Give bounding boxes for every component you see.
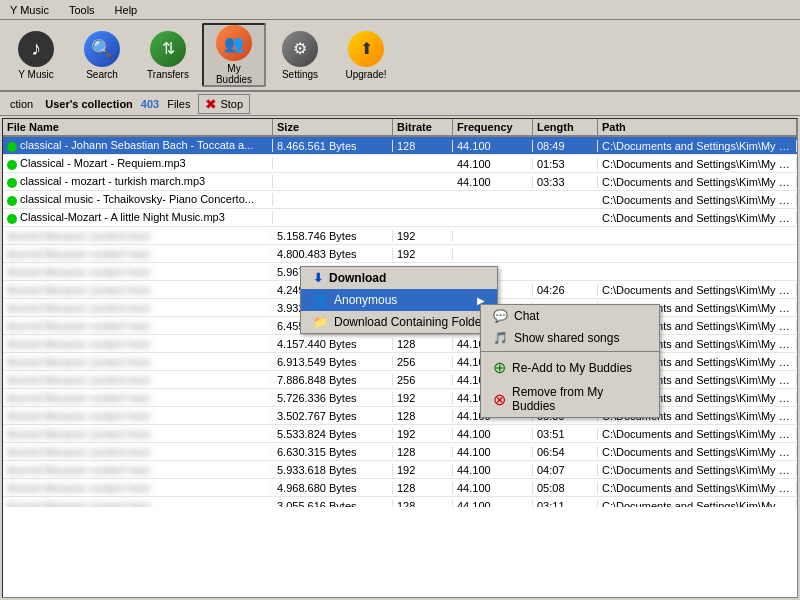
cell-size: 6.630.315 Bytes bbox=[273, 446, 393, 458]
table-row[interactable]: blurred filename content here5.533.824 B… bbox=[3, 425, 797, 443]
cell-filename: blurred filename content here bbox=[3, 266, 273, 278]
submenu-chat-label: Chat bbox=[514, 309, 539, 323]
table-row[interactable]: blurred filename content here5.158.746 B… bbox=[3, 227, 797, 245]
table-row[interactable]: blurred filename content here3.502.767 B… bbox=[3, 407, 797, 425]
table-row[interactable]: blurred filename content here4.968.680 B… bbox=[3, 479, 797, 497]
cell-path: C:\Documents and Settings\Kim\My Do bbox=[598, 446, 797, 458]
table-row[interactable]: blurred filename content here7.886.848 B… bbox=[3, 371, 797, 389]
cell-frequency: 44.100 bbox=[453, 158, 533, 170]
ctx-download-folder-label: Download Containing Folder bbox=[334, 315, 485, 329]
cell-length: 03:51 bbox=[533, 428, 598, 440]
table-row[interactable]: classical - Johann Sebastian Bach - Tocc… bbox=[3, 137, 797, 155]
cell-size: 5.158.746 Bytes bbox=[273, 230, 393, 242]
table-row[interactable]: classical music - Tchaikovsky- Piano Con… bbox=[3, 191, 797, 209]
transfers-label: Transfers bbox=[147, 69, 189, 80]
cell-length: 03:33 bbox=[533, 176, 598, 188]
table-row[interactable]: blurred filename content here4.800.483 B… bbox=[3, 245, 797, 263]
table-row[interactable]: classical - mozart - turkish march.mp344… bbox=[3, 173, 797, 191]
files-label: Files bbox=[167, 98, 190, 110]
cell-filename: blurred filename content here bbox=[3, 464, 273, 476]
toolbar-buddies-button[interactable]: 👥 My Buddies bbox=[202, 23, 266, 87]
cell-size: 7.886.848 Bytes bbox=[273, 374, 393, 386]
file-count: 403 bbox=[141, 98, 159, 110]
toolbar-search-button[interactable]: 🔍 Search bbox=[70, 23, 134, 87]
cell-bitrate: 192 bbox=[393, 248, 453, 260]
table-row[interactable]: blurred filename content here6.913.549 B… bbox=[3, 353, 797, 371]
menu-help[interactable]: Help bbox=[109, 3, 144, 17]
ctx-anonymous[interactable]: 👤 Anonymous ▶ bbox=[301, 289, 497, 311]
cell-frequency: 44.100 bbox=[453, 464, 533, 476]
cell-filename: blurred filename content here bbox=[3, 284, 273, 296]
cell-bitrate: 192 bbox=[393, 392, 453, 404]
cell-length: 04:07 bbox=[533, 464, 598, 476]
cell-bitrate: 192 bbox=[393, 464, 453, 476]
cell-bitrate: 128 bbox=[393, 338, 453, 350]
buddies-icon: 👥 bbox=[216, 25, 252, 61]
cell-frequency: 44.100 bbox=[453, 482, 533, 494]
cell-filename: blurred filename content here bbox=[3, 410, 273, 422]
toolbar-settings-button[interactable]: ⚙ Settings bbox=[268, 23, 332, 87]
toolbar-upgrade-button[interactable]: ⬆ Upgrade! bbox=[334, 23, 398, 87]
col-filename: File Name bbox=[3, 119, 273, 135]
cell-path: C:\Documents and Settings\Kim\My Do bbox=[598, 194, 797, 206]
cell-bitrate: 128 bbox=[393, 446, 453, 458]
table-row[interactable]: blurred filename content here3.055.616 B… bbox=[3, 497, 797, 507]
cell-filename: blurred filename content here bbox=[3, 230, 273, 242]
transfers-icon: ⇅ bbox=[150, 31, 186, 67]
folder-icon: 📁 bbox=[313, 315, 328, 329]
submenu-chat[interactable]: 💬 Chat bbox=[481, 305, 659, 327]
cell-frequency: 44.100 bbox=[453, 428, 533, 440]
cell-length: 01:53 bbox=[533, 158, 598, 170]
col-frequency: Frequency bbox=[453, 119, 533, 135]
cell-filename: blurred filename content here bbox=[3, 338, 273, 350]
ctx-download-folder[interactable]: 📁 Download Containing Folder bbox=[301, 311, 497, 333]
ctx-download[interactable]: ⬇ Download bbox=[301, 267, 497, 289]
ymusic-label: Y Music bbox=[18, 69, 53, 80]
cell-size: 3.055.616 Bytes bbox=[273, 500, 393, 508]
toolbar-transfers-button[interactable]: ⇅ Transfers bbox=[136, 23, 200, 87]
table-row[interactable]: blurred filename content here6.630.315 B… bbox=[3, 443, 797, 461]
cell-bitrate: 256 bbox=[393, 356, 453, 368]
collection-tab[interactable]: ction bbox=[6, 97, 37, 111]
submenu: 💬 Chat 🎵 Show shared songs ⊕ Re-Add to M… bbox=[480, 304, 660, 418]
cell-bitrate: 128 bbox=[393, 410, 453, 422]
settings-icon: ⚙ bbox=[282, 31, 318, 67]
cell-filename: blurred filename content here bbox=[3, 302, 273, 314]
cell-size: 3.502.767 Bytes bbox=[273, 410, 393, 422]
submenu-remove[interactable]: ⊗ Remove from My Buddies bbox=[481, 381, 659, 417]
cell-size: 4.800.483 Bytes bbox=[273, 248, 393, 260]
readd-icon: ⊕ bbox=[493, 358, 506, 377]
search-label: Search bbox=[86, 69, 118, 80]
col-bitrate: Bitrate bbox=[393, 119, 453, 135]
upgrade-label: Upgrade! bbox=[345, 69, 386, 80]
cell-path: C:\Documents and Settings\Kim\My Do bbox=[598, 482, 797, 494]
toolbar-ymusic-button[interactable]: ♪ Y Music bbox=[4, 23, 68, 87]
file-table: File Name Size Bitrate Frequency Length … bbox=[2, 118, 798, 598]
col-size: Size bbox=[273, 119, 393, 135]
menu-ymusic[interactable]: Y Music bbox=[4, 3, 55, 17]
table-row[interactable]: blurred filename content here5.726.336 B… bbox=[3, 389, 797, 407]
stop-label: Stop bbox=[220, 98, 243, 110]
table-row[interactable]: blurred filename content here4.157.440 B… bbox=[3, 335, 797, 353]
ctx-anonymous-label: Anonymous bbox=[334, 293, 397, 307]
submenu-shared-songs[interactable]: 🎵 Show shared songs bbox=[481, 327, 659, 349]
buddies-label: My Buddies bbox=[208, 63, 260, 85]
cell-frequency: 44.100 bbox=[453, 140, 533, 152]
stop-button[interactable]: ✖ Stop bbox=[198, 94, 250, 114]
context-menu: ⬇ Download 👤 Anonymous ▶ 📁 Download Cont… bbox=[300, 266, 498, 334]
col-path: Path bbox=[598, 119, 797, 135]
secondary-toolbar: ction User's collection 403 Files ✖ Stop bbox=[0, 92, 800, 116]
menu-tools[interactable]: Tools bbox=[63, 3, 101, 17]
table-row[interactable]: blurred filename content here5.933.618 B… bbox=[3, 461, 797, 479]
cell-size: 4.157.440 Bytes bbox=[273, 338, 393, 350]
cell-bitrate: 256 bbox=[393, 374, 453, 386]
cell-frequency: 44.100 bbox=[453, 446, 533, 458]
table-row[interactable]: Classical - Mozart - Requiem.mp344.10001… bbox=[3, 155, 797, 173]
col-length: Length bbox=[533, 119, 598, 135]
cell-length: 08:49 bbox=[533, 140, 598, 152]
table-row[interactable]: Classical-Mozart - A little Night Music.… bbox=[3, 209, 797, 227]
cell-filename: Classical - Mozart - Requiem.mp3 bbox=[3, 157, 273, 169]
ctx-download-label: Download bbox=[329, 271, 386, 285]
submenu-readd[interactable]: ⊕ Re-Add to My Buddies bbox=[481, 354, 659, 381]
cell-path: C:\Documents and Settings\Kim\My Do bbox=[598, 500, 797, 508]
